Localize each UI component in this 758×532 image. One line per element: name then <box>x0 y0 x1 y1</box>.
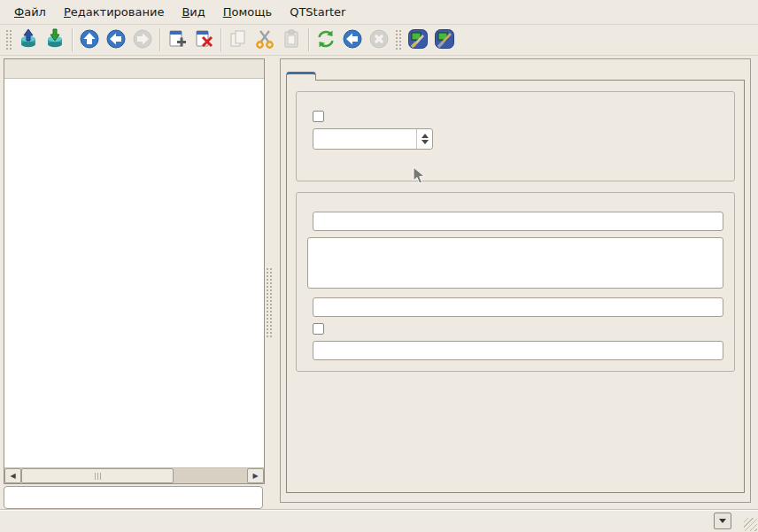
panel-splitter-handle[interactable] <box>266 267 274 338</box>
load-from-db-button[interactable] <box>15 27 42 53</box>
save-to-db-button[interactable] <box>42 27 68 53</box>
back-circle-icon <box>105 28 127 52</box>
refresh-button[interactable] <box>313 27 339 53</box>
start-update-icon <box>342 28 363 52</box>
address-row <box>307 297 723 317</box>
load-db-icon <box>18 28 39 52</box>
scrollbar-thumb[interactable] <box>21 468 174 483</box>
launcher2-icon <box>434 28 455 52</box>
running-checkbox[interactable] <box>313 111 324 122</box>
application-window: ФайлРедактированиеВидПомощьQTStarter ◀ ▶ <box>0 0 758 532</box>
copy-button <box>225 27 251 53</box>
config-panel <box>280 58 751 503</box>
qtcfg-launcher-button[interactable] <box>405 27 431 53</box>
toolbar-separator <box>308 28 309 51</box>
navigation-tree-panel: ◀ ▶ <box>4 58 265 484</box>
status-bar <box>0 509 758 532</box>
mouse-cursor <box>413 166 425 188</box>
menu-item-1[interactable]: Файл <box>5 2 55 22</box>
scroll-right-button[interactable]: ▶ <box>247 468 264 483</box>
intervals-row <box>307 341 723 360</box>
menu-bar: ФайлРедактированиеВидПомощьQTStarter <box>0 0 758 25</box>
intervals-input[interactable] <box>313 341 723 360</box>
refresh-icon <box>315 28 336 52</box>
save-db-icon <box>44 28 66 52</box>
menu-item-4[interactable]: Помощь <box>214 2 281 22</box>
combo-spin-icon[interactable] <box>416 129 432 149</box>
forward-circle-icon <box>132 28 153 52</box>
tree-search-input[interactable] <box>4 486 263 509</box>
tree-horizontal-scrollbar[interactable]: ◀ ▶ <box>4 467 264 483</box>
toolbar-handle[interactable] <box>5 29 12 50</box>
tab-transport[interactable] <box>286 72 316 81</box>
delete-item-button[interactable] <box>190 27 217 53</box>
statusbar-dropdown-button[interactable] <box>714 513 731 529</box>
toolbar-separator <box>72 28 73 51</box>
add-item-button[interactable] <box>164 27 190 53</box>
transport-db-select[interactable] <box>313 128 433 150</box>
vision-launcher-button[interactable] <box>431 27 458 53</box>
tab-bar <box>286 72 750 80</box>
cut-button[interactable] <box>251 27 278 53</box>
scroll-left-button[interactable]: ◀ <box>4 468 21 483</box>
back-button[interactable] <box>103 27 129 53</box>
add-item-icon <box>166 28 188 52</box>
toolbar-handle[interactable] <box>395 29 402 50</box>
transport-tab-page <box>286 80 745 493</box>
launcher1-icon <box>407 28 429 52</box>
running-row <box>307 111 723 122</box>
to-start-row <box>307 323 723 335</box>
tree-column-header <box>4 59 264 79</box>
copy-icon <box>228 28 249 52</box>
config-group <box>296 192 735 372</box>
menu-item-3[interactable]: Вид <box>173 2 213 22</box>
scrollbar-track[interactable] <box>174 468 247 483</box>
description-textarea[interactable] <box>307 237 723 289</box>
navigation-tree <box>4 79 264 467</box>
menu-item-5[interactable]: QTStarter <box>281 2 354 22</box>
toolbar-separator <box>220 28 221 51</box>
main-content: ◀ ▶ <box>0 55 758 510</box>
paste-icon <box>281 28 302 52</box>
paste-button <box>278 27 305 53</box>
transport-db-row <box>307 128 723 150</box>
delete-item-icon <box>193 28 214 52</box>
to-start-checkbox[interactable] <box>313 323 324 335</box>
name-row <box>307 212 723 231</box>
toolbar-separator <box>159 28 160 51</box>
state-group <box>296 91 735 181</box>
menu-item-2[interactable]: Редактирование <box>55 2 173 22</box>
stop-icon <box>368 28 390 52</box>
forward-button <box>129 27 156 53</box>
up-circle-icon <box>79 28 100 52</box>
address-input[interactable] <box>313 297 723 317</box>
start-update-button[interactable] <box>339 27 366 53</box>
cut-icon <box>254 28 275 52</box>
up-button[interactable] <box>76 27 103 53</box>
window-resize-grip[interactable] <box>744 518 757 531</box>
name-input[interactable] <box>313 212 723 231</box>
stop-update-button <box>366 27 392 53</box>
toolbar <box>0 25 758 56</box>
